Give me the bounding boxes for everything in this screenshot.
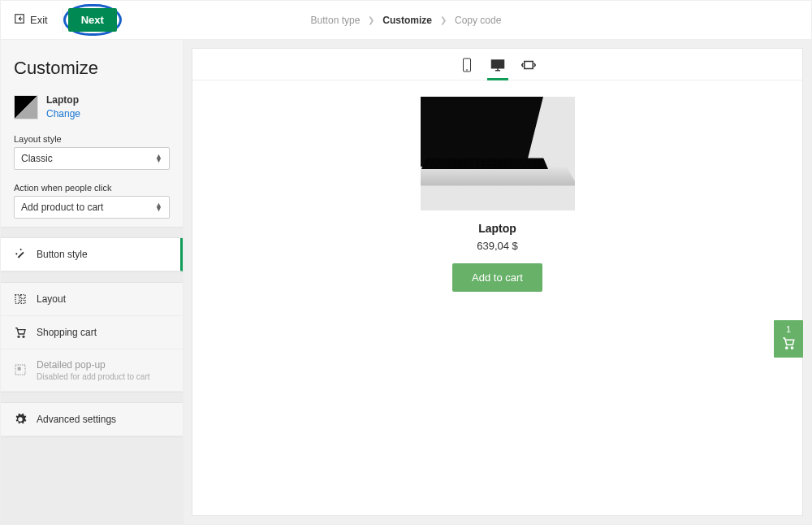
preview-canvas: Laptop 639,04 $ Add to cart [192, 48, 803, 516]
preview-image [421, 97, 575, 210]
chevron-right-icon: ❯ [440, 15, 447, 24]
exit-button[interactable]: Exit [14, 8, 63, 33]
product-preview: Laptop 639,04 $ Add to cart [192, 80, 802, 515]
sidebar-item-shopping-cart[interactable]: Shopping cart [1, 316, 183, 349]
select-arrows-icon: ▲▼ [155, 154, 162, 163]
sidebar-item-advanced-settings[interactable]: Advanced settings [1, 403, 183, 436]
sidebar-item-label: Button style [37, 249, 88, 260]
sidebar-divider [1, 392, 183, 403]
next-highlight-circle: Next [63, 4, 122, 36]
preview-title: Laptop [478, 222, 516, 235]
preview-price: 639,04 $ [477, 240, 518, 252]
device-mobile[interactable] [457, 57, 477, 73]
product-row: Laptop Change [1, 93, 183, 129]
exit-label: Exit [30, 14, 48, 26]
sidebar-item-button-style[interactable]: Button style [1, 238, 183, 271]
layout-icon [14, 293, 27, 306]
sidebar-item-label: Detailed pop-up [37, 359, 150, 371]
main: Laptop 639,04 $ Add to cart 1 [184, 40, 811, 524]
change-product-link[interactable]: Change [46, 107, 80, 121]
layout-style-label: Layout style [14, 134, 170, 144]
device-switcher [192, 49, 802, 80]
sidebar-divider [1, 271, 183, 283]
product-name: Laptop [46, 93, 80, 107]
add-to-cart-button[interactable]: Add to cart [452, 263, 542, 292]
sidebar-item-sublabel: Disabled for add product to cart [37, 372, 150, 381]
header: Exit Button type ❯ Customize ❯ Copy code… [1, 1, 811, 40]
sidebar-divider [1, 227, 183, 238]
svg-rect-7 [18, 367, 21, 371]
svg-point-4 [18, 336, 19, 337]
sidebar-spacer [1, 436, 183, 524]
wand-icon [14, 248, 27, 261]
gear-icon [14, 413, 27, 426]
click-action-select[interactable]: Add product to cart ▲▼ [14, 196, 170, 219]
sidebar-title: Customize [1, 40, 183, 93]
sidebar-item-detailed-popup: Detailed pop-up Disabled for add product… [1, 349, 183, 392]
cart-count: 1 [774, 324, 803, 334]
svg-point-13 [791, 347, 793, 349]
svg-rect-2 [21, 294, 25, 298]
sidebar: Customize Laptop Change Layout style Cla… [1, 40, 184, 524]
svg-point-12 [786, 347, 788, 349]
layout-style-field: Layout style Classic ▲▼ [1, 129, 183, 178]
breadcrumb: Button type ❯ Customize ❯ Copy code [311, 15, 502, 26]
chevron-right-icon: ❯ [368, 15, 374, 24]
product-thumbnail [14, 95, 38, 119]
click-action-field: Action when people click Add product to … [1, 178, 183, 227]
next-button[interactable]: Next [68, 8, 117, 32]
svg-point-5 [23, 336, 24, 337]
cart-icon [14, 326, 27, 339]
click-action-value: Add product to cart [21, 202, 103, 213]
sidebar-item-label: Layout [37, 293, 66, 305]
exit-icon [14, 13, 25, 27]
breadcrumb-step-3[interactable]: Copy code [455, 15, 501, 26]
device-fullwidth[interactable] [519, 57, 538, 73]
sidebar-item-label: Shopping cart [37, 327, 97, 338]
body: Customize Laptop Change Layout style Cla… [1, 40, 811, 524]
svg-rect-1 [15, 294, 19, 303]
select-arrows-icon: ▲▼ [155, 203, 162, 211]
click-action-label: Action when people click [14, 183, 170, 193]
product-info: Laptop Change [46, 93, 80, 121]
popup-icon [14, 363, 27, 376]
svg-rect-11 [524, 62, 533, 69]
svg-rect-3 [21, 300, 25, 303]
layout-style-value: Classic [21, 153, 53, 164]
sidebar-item-layout[interactable]: Layout [1, 283, 183, 316]
cart-icon [781, 336, 796, 350]
device-desktop[interactable] [488, 57, 508, 73]
layout-style-select[interactable]: Classic ▲▼ [14, 147, 170, 170]
sidebar-item-label: Advanced settings [37, 414, 116, 425]
sidebar-item-text: Detailed pop-up Disabled for add product… [37, 359, 150, 381]
svg-rect-10 [491, 60, 503, 68]
app-root: Exit Button type ❯ Customize ❯ Copy code… [0, 0, 812, 525]
breadcrumb-step-1[interactable]: Button type [311, 15, 361, 26]
breadcrumb-step-2[interactable]: Customize [382, 15, 432, 26]
cart-fab[interactable]: 1 [774, 320, 803, 358]
